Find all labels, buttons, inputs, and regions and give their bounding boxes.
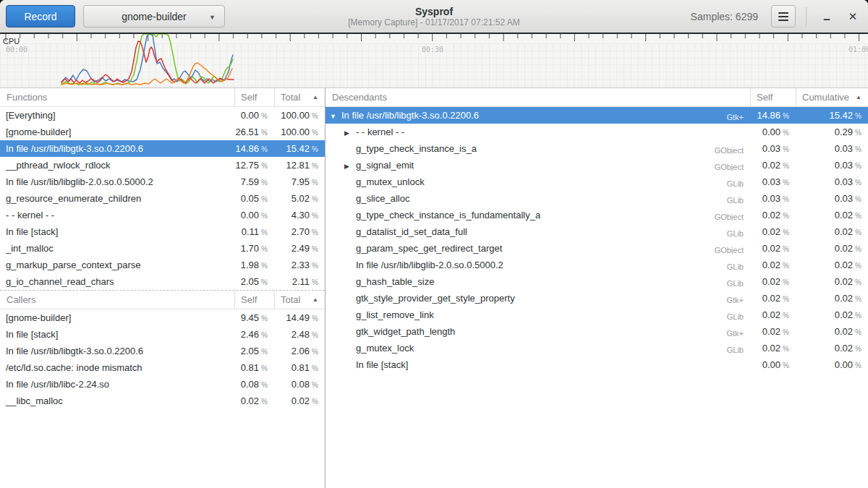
self-percent: 0.02% [750, 276, 796, 287]
function-name: g_param_spec_get_redirect_target [356, 243, 502, 254]
callers-header-row: Callers Self Total ▲ [0, 291, 325, 309]
cumulative-percent: 0.02% [796, 260, 868, 270]
expander-closed-icon[interactable]: ▶ [344, 163, 356, 170]
sort-ascending-icon: ▲ [856, 94, 861, 100]
library-tag: GObject [715, 213, 744, 221]
table-row[interactable]: [gnome-builder]9.45%14.49% [0, 309, 325, 326]
self-percent: 0.03% [750, 193, 796, 204]
descendants-section: Descendants Self Cumulative ▲ ▼In file /… [326, 88, 868, 488]
column-header-total[interactable]: Total ▲ [274, 291, 325, 309]
close-button[interactable]: ✕ [842, 6, 864, 27]
expander-open-icon[interactable]: ▼ [330, 113, 341, 120]
descendant-name-cell: g_mutex_lockGLib [326, 343, 750, 354]
table-row[interactable]: g_type_check_instance_is_fundamentally_a… [326, 207, 868, 223]
table-row[interactable]: g_mutex_unlockGLib0.03%0.03% [326, 174, 868, 190]
table-row[interactable]: In file /usr/lib/libglib-2.0.so.0.5000.2… [326, 257, 868, 273]
table-row[interactable]: g_list_remove_linkGLib0.02%0.02% [326, 307, 868, 323]
descendant-name-cell: gtk_widget_path_lengthGtk+ [326, 326, 750, 337]
library-tag: GLib [727, 262, 744, 270]
expander-closed-icon[interactable]: ▶ [344, 129, 356, 137]
self-percent: 0.02% [234, 395, 274, 406]
cumulative-percent: 0.02% [796, 326, 868, 337]
callgraph-panes: Functions Self Total ▲ [Everything]0.00%… [0, 88, 868, 488]
cumulative-percent: 0.02% [796, 243, 868, 254]
self-percent: 0.02% [750, 293, 796, 304]
table-row[interactable]: g_param_spec_get_redirect_targetGObject0… [326, 240, 868, 257]
table-row[interactable]: g_datalist_id_set_data_fullGLib0.02%0.02… [326, 223, 868, 240]
library-tag: GObject [715, 163, 744, 171]
table-row[interactable]: In file /usr/lib/libgtk-3.so.0.2200.62.0… [0, 343, 325, 359]
table-row[interactable]: /etc/ld.so.cache: inode mismatch0.81%0.8… [0, 359, 325, 376]
minimize-button[interactable]: – [816, 3, 838, 30]
table-row[interactable]: __pthread_rwlock_rdlock12.75%12.81% [0, 157, 325, 174]
self-percent: 2.05% [234, 276, 274, 287]
column-header-cumulative[interactable]: Cumulative ▲ [796, 88, 868, 106]
library-tag: Gtk+ [726, 113, 744, 121]
column-header-self[interactable]: Self [234, 291, 274, 309]
table-row[interactable]: g_markup_parse_context_parse1.98%2.33% [0, 257, 325, 273]
cpu-label: CPU [3, 37, 20, 46]
table-row[interactable]: __libc_malloc0.02%0.02% [0, 393, 325, 409]
window-subtitle: [Memory Capture] - 01/17/2017 07:21:52 A… [348, 17, 519, 27]
table-row[interactable]: - - kernel - -0.00%4.30% [0, 207, 325, 223]
self-percent: 0.08% [234, 379, 274, 390]
total-percent: 0.08% [274, 379, 325, 390]
cpu-red-line [61, 41, 234, 83]
table-row[interactable]: _int_malloc1.70%2.49% [0, 240, 325, 257]
function-name: __libc_malloc [0, 395, 234, 406]
descendant-name-cell: ▼In file /usr/lib/libgtk-3.so.0.2200.6Gt… [326, 110, 750, 121]
function-name: g_resource_enumerate_children [0, 193, 234, 204]
function-name: In file /usr/lib/libgtk-3.so.0.2200.6 [341, 110, 479, 121]
cumulative-percent: 0.02% [796, 293, 868, 304]
descendant-name-cell: ▶g_signal_emitGObject [326, 160, 750, 171]
self-percent: 0.00% [234, 110, 274, 121]
table-row[interactable]: In file [stack]0.00%0.00% [326, 356, 868, 373]
column-header-self[interactable]: Self [234, 88, 274, 106]
menu-button[interactable] [771, 5, 796, 27]
library-tag: GLib [727, 312, 744, 320]
descendant-name-cell: g_type_check_instance_is_aGObject [326, 143, 750, 154]
cumulative-percent: 0.03% [796, 143, 868, 154]
record-button[interactable]: Record [6, 5, 75, 27]
table-row[interactable]: ▶g_signal_emitGObject0.02%0.03% [326, 157, 868, 174]
table-row[interactable]: g_slice_allocGLib0.03%0.03% [326, 190, 868, 207]
column-header-callers[interactable]: Callers [0, 291, 234, 309]
process-dropdown[interactable]: gnome-builder ▼ [83, 5, 225, 27]
function-name: [gnome-builder] [0, 312, 234, 323]
table-row[interactable]: In file [stack]0.11%2.70% [0, 223, 325, 240]
self-percent: 0.02% [750, 260, 796, 270]
self-percent: 0.81% [234, 362, 274, 373]
column-header-descendants[interactable]: Descendants [326, 88, 750, 106]
table-row[interactable]: ▼In file /usr/lib/libgtk-3.so.0.2200.6Gt… [326, 107, 868, 124]
table-row[interactable]: [Everything]0.00%100.00% [0, 107, 325, 124]
column-header-total[interactable]: Total ▲ [274, 88, 325, 106]
cumulative-percent: 0.02% [796, 226, 868, 237]
table-row[interactable]: In file /usr/lib/libc-2.24.so0.08%0.08% [0, 376, 325, 393]
table-row[interactable]: g_io_channel_read_chars2.05%2.11% [0, 273, 325, 290]
table-row[interactable]: gtk_widget_path_lengthGtk+0.02%0.02% [326, 323, 868, 340]
function-name: g_markup_parse_context_parse [0, 260, 234, 270]
self-percent: 0.00% [750, 127, 796, 137]
function-name: In file /usr/lib/libgtk-3.so.0.2200.6 [0, 346, 234, 356]
table-row[interactable]: g_mutex_lockGLib0.02%0.02% [326, 340, 868, 356]
table-row[interactable]: [gnome-builder]26.51%100.00% [0, 124, 325, 140]
table-row[interactable]: g_hash_table_sizeGLib0.02%0.02% [326, 273, 868, 290]
self-percent: 0.02% [750, 210, 796, 221]
cumulative-percent: 0.03% [796, 160, 868, 171]
self-percent: 9.45% [234, 312, 274, 323]
table-row[interactable]: g_resource_enumerate_children0.05%5.02% [0, 190, 325, 207]
cumulative-percent: 0.03% [796, 193, 868, 204]
cpu-timeline-graph[interactable]: CPU 00:0000:3001:00 [0, 34, 868, 88]
function-name: In file /usr/lib/libglib-2.0.so.0.5000.2 [356, 260, 503, 270]
cumulative-percent: 0.02% [796, 276, 868, 287]
table-row[interactable]: g_type_check_instance_is_aGObject0.03%0.… [326, 140, 868, 157]
table-row[interactable]: In file /usr/lib/libglib-2.0.so.0.5000.2… [0, 174, 325, 190]
table-row[interactable]: ▶- - kernel - -0.00%0.29% [326, 124, 868, 140]
table-row[interactable]: In file [stack]2.46%2.48% [0, 326, 325, 343]
function-name: g_list_remove_link [356, 309, 434, 320]
column-header-functions[interactable]: Functions [0, 88, 234, 106]
table-row[interactable]: In file /usr/lib/libgtk-3.so.0.2200.614.… [0, 140, 325, 157]
table-row[interactable]: gtk_style_provider_get_style_propertyGtk… [326, 290, 868, 307]
column-header-self[interactable]: Self [750, 88, 796, 106]
descendant-name-cell: g_slice_allocGLib [326, 193, 750, 204]
